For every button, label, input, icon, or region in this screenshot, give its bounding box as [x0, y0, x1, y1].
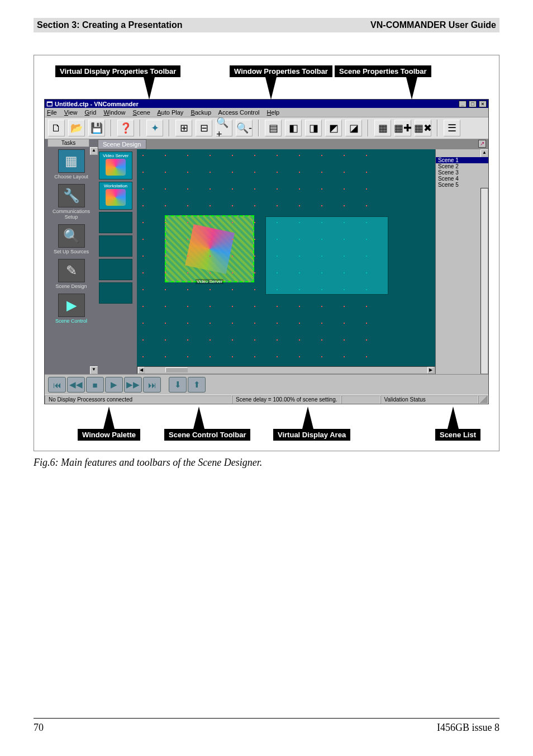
scene-item-2[interactable]: Scene 2 — [436, 163, 488, 169]
window-prop3-icon[interactable]: ◨ — [305, 120, 322, 136]
last-icon[interactable]: ⏭ — [143, 377, 161, 393]
callout-window-palette: Window Palette — [78, 429, 140, 441]
detach-icon[interactable]: ↗ — [478, 140, 486, 148]
menu-view[interactable]: View — [64, 109, 78, 116]
status-validation: Validation Status — [380, 395, 478, 404]
palette-video-server[interactable]: Video Server — [99, 152, 132, 179]
scene-item-5[interactable]: Scene 5 — [436, 182, 488, 188]
scene-body: Video Server Workstation — [98, 149, 488, 374]
task-choose-layout[interactable]: ▦ Choose Layout — [46, 149, 97, 179]
task-scene-control[interactable]: ▶ Scene Control — [46, 294, 97, 324]
menu-file[interactable]: File — [47, 109, 57, 116]
status-connection: No Display Processors connected — [45, 395, 232, 404]
snap-icon[interactable]: ✦ — [146, 120, 163, 136]
main-area: Tasks ▲ ▦ Choose Layout 🔧 Communications… — [45, 139, 488, 374]
window-prop1-icon[interactable]: ▤ — [265, 120, 282, 136]
play-icon[interactable]: ▶ — [105, 377, 123, 393]
page-number: 70 — [34, 722, 44, 734]
sources-icon: 🔍 — [58, 224, 85, 248]
menu-scene[interactable]: Scene — [133, 109, 150, 116]
scene-list-scroll-up[interactable]: ▲ — [480, 149, 488, 157]
page-header-band: Section 3: Creating a Presentation VN-CO… — [34, 18, 499, 32]
menu-backup[interactable]: Backup — [191, 109, 211, 116]
tasks-scroll-up[interactable]: ▲ — [90, 147, 98, 155]
window-prop2-icon[interactable]: ◧ — [285, 120, 302, 136]
upload-icon[interactable]: ⬆ — [188, 377, 206, 393]
window-prop5-icon[interactable]: ◪ — [345, 120, 362, 136]
app-icon: 🗔 — [46, 101, 53, 107]
open-icon[interactable]: 📂 — [68, 120, 85, 136]
scene-add-icon[interactable]: ▦ — [374, 120, 391, 136]
minimize-button[interactable]: _ — [459, 101, 467, 107]
main-toolbar: 🗋 📂 💾 ❓ ✦ ⊞ ⊟ 🔍+ 🔍- ▤ ◧ ◨ ◩ ◪ ▦ ▦✚ ▦✖ ☰ — [45, 117, 488, 139]
ffwd-icon[interactable]: ▶▶ — [124, 377, 142, 393]
window-controls: _ □ × — [458, 100, 487, 107]
vs-logo-icon — [185, 224, 235, 274]
vs-window-label: Video Server — [196, 279, 223, 284]
menu-window[interactable]: Window — [103, 109, 125, 116]
figure-container: Virtual Display Properties Toolbar Windo… — [34, 55, 499, 451]
issue-code: I456GB issue 8 — [437, 722, 499, 734]
save-icon[interactable]: 💾 — [88, 120, 105, 136]
palette-item-3[interactable] — [99, 212, 132, 233]
tab-spacer: ↗ — [146, 139, 489, 149]
control-icon: ▶ — [58, 294, 85, 317]
scroll-right-icon[interactable]: ▶ — [427, 367, 434, 374]
window-prop4-icon[interactable]: ◩ — [325, 120, 342, 136]
new-icon[interactable]: 🗋 — [48, 120, 65, 136]
canvas-h-scrollbar[interactable]: ◀ ▶ — [137, 366, 435, 374]
scene-item-4[interactable]: Scene 4 — [436, 176, 488, 182]
tasks-pane: Tasks ▲ ▦ Choose Layout 🔧 Communications… — [45, 139, 98, 374]
tasks-tab[interactable]: Tasks — [47, 139, 89, 147]
scroll-left-icon[interactable]: ◀ — [138, 367, 145, 374]
maximize-button[interactable]: □ — [469, 101, 477, 107]
workstation-icon — [106, 189, 126, 206]
vncommander-window: 🗔 Untitled.ctp - VNCommander _ □ × File … — [44, 99, 489, 404]
scene-control-toolbar: ⏮ ◀◀ ■ ▶ ▶▶ ⏭ ⬇ ⬆ — [45, 374, 488, 395]
task-setup-sources[interactable]: 🔍 Set Up Sources — [46, 224, 97, 254]
scene-pane: Scene Design ↗ Video Server Workstation — [98, 139, 488, 374]
callout-scene-list: Scene List — [435, 429, 480, 441]
download-icon[interactable]: ⬇ — [169, 377, 187, 393]
title-bar[interactable]: 🗔 Untitled.ctp - VNCommander _ □ × — [45, 100, 488, 108]
scene-edit-icon[interactable]: ▦✚ — [394, 120, 411, 136]
palette-item-6[interactable] — [99, 282, 132, 304]
menu-bar: File View Grid Window Scene Auto Play Ba… — [45, 108, 488, 117]
help-icon[interactable]: ❓ — [117, 120, 134, 136]
menu-autoplay[interactable]: Auto Play — [157, 109, 183, 116]
first-icon[interactable]: ⏮ — [48, 377, 66, 393]
palette-workstation[interactable]: Workstation — [99, 182, 132, 210]
menu-access[interactable]: Access Control — [218, 109, 260, 116]
task-scene-design[interactable]: ✎ Scene Design — [46, 259, 97, 289]
region-window[interactable] — [265, 216, 388, 295]
menu-help[interactable]: Help — [267, 109, 280, 116]
rewind-icon[interactable]: ◀◀ — [67, 377, 85, 393]
tasks-list: ▲ ▦ Choose Layout 🔧 Communications Setup… — [45, 147, 98, 374]
task-comm-setup[interactable]: 🔧 Communications Setup — [46, 184, 97, 220]
resize-grip-icon[interactable] — [478, 395, 488, 404]
menu-grid[interactable]: Grid — [85, 109, 97, 116]
canvas-wrap: Video Server ◀ ▶ — [137, 149, 435, 374]
grid-decrease-icon[interactable]: ⊟ — [196, 120, 212, 136]
stop-icon[interactable]: ■ — [86, 377, 104, 393]
scene-list-vtrack[interactable] — [480, 188, 488, 374]
palette-item-4[interactable] — [99, 235, 132, 257]
top-callout-row: Virtual Display Properties Toolbar Windo… — [44, 65, 489, 99]
scroll-thumb[interactable] — [165, 367, 188, 372]
virtual-display-area[interactable]: Video Server — [137, 149, 435, 366]
zoom-out-icon[interactable]: 🔍- — [236, 120, 253, 136]
scene-design-tab[interactable]: Scene Design — [98, 139, 146, 149]
callout-vd-area: Virtual Display Area — [273, 429, 350, 441]
header-left: Section 3: Creating a Presentation — [37, 20, 183, 30]
page-footer: 70 I456GB issue 8 — [34, 718, 499, 734]
scene-item-3[interactable]: Scene 3 — [436, 169, 488, 176]
tasks-scroll-down[interactable]: ▼ — [90, 366, 98, 374]
zoom-in-icon[interactable]: 🔍+ — [216, 120, 232, 136]
scene-item-1[interactable]: Scene 1 — [436, 157, 488, 163]
scene-list: ▲ Scene 1 Scene 2 Scene 3 Scene 4 Scene … — [435, 149, 488, 374]
close-button[interactable]: × — [479, 101, 487, 107]
list-icon[interactable]: ☰ — [444, 120, 460, 136]
grid-increase-icon[interactable]: ⊞ — [175, 120, 192, 136]
palette-item-5[interactable] — [99, 259, 132, 280]
scene-delete-icon[interactable]: ▦✖ — [415, 120, 431, 136]
